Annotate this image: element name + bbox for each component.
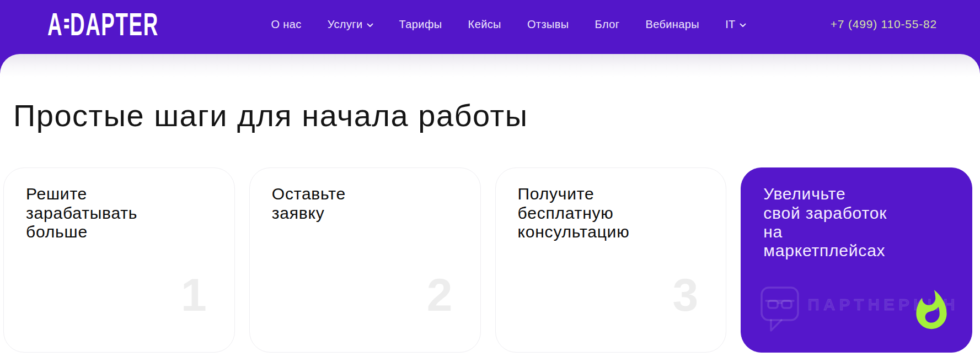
- chevron-down-icon: [740, 23, 746, 28]
- nav-label: Тарифы: [399, 18, 442, 31]
- nav-label: IT: [725, 18, 736, 31]
- step-title: Оставьте заявку: [272, 185, 465, 222]
- step-title: Увеличьте свой заработок на маркетплейса…: [763, 185, 956, 260]
- step-card-2: Оставьте заявку 2: [249, 167, 481, 353]
- chevron-down-icon: [367, 23, 373, 28]
- nav-item-blog[interactable]: Блог: [595, 18, 620, 31]
- logo-dash-icon: [65, 19, 69, 29]
- step-title: Решите зарабатывать больше: [26, 185, 219, 241]
- step-card-3: Получите бесплатную консультацию 3: [495, 167, 727, 353]
- step-title: Получите бесплатную консультацию: [518, 185, 711, 241]
- nav-item-it[interactable]: IT: [725, 18, 746, 31]
- nav-label: Вебинары: [645, 18, 699, 31]
- page-title: Простые шаги для начала работы: [0, 54, 980, 133]
- step-number: 3: [673, 272, 699, 318]
- step-number: 1: [181, 272, 207, 318]
- nav-label: Кейсы: [468, 18, 501, 31]
- nav-item-webinars[interactable]: Вебинары: [645, 18, 699, 31]
- site-header: ADAPTER О нас Услуги Тарифы Кейсы Отзывы…: [0, 0, 980, 54]
- nav-label: Услуги: [328, 18, 363, 31]
- nav-item-cases[interactable]: Кейсы: [468, 18, 501, 31]
- page: ADAPTER О нас Услуги Тарифы Кейсы Отзывы…: [0, 0, 980, 357]
- step-card-1: Решите зарабатывать больше 1: [3, 167, 235, 353]
- nav-label: О нас: [271, 18, 301, 31]
- nav-item-services[interactable]: Услуги: [328, 18, 373, 31]
- logo-adapter[interactable]: ADAPTER: [47, 12, 186, 37]
- nav-item-reviews[interactable]: Отзывы: [527, 18, 569, 31]
- steps-grid: Решите зарабатывать больше 1 Оставьте за…: [0, 167, 980, 353]
- partnerkin-logo-icon: [760, 286, 800, 334]
- nav-label: Отзывы: [527, 18, 569, 31]
- nav-item-tariffs[interactable]: Тарифы: [399, 18, 442, 31]
- nav-item-about[interactable]: О нас: [271, 18, 301, 31]
- nav-label: Блог: [595, 18, 620, 31]
- flame-icon: [910, 287, 953, 333]
- content-panel: Простые шаги для начала работы Решите за…: [0, 54, 980, 357]
- step-number: 2: [427, 272, 453, 318]
- phone-link[interactable]: +7 (499) 110-55-82: [831, 18, 937, 31]
- step-card-4: Увеличьте свой заработок на маркетплейса…: [741, 167, 972, 353]
- logo-text: ADAPTER: [47, 8, 159, 40]
- main-nav: О нас Услуги Тарифы Кейсы Отзывы Блог Ве…: [186, 18, 830, 31]
